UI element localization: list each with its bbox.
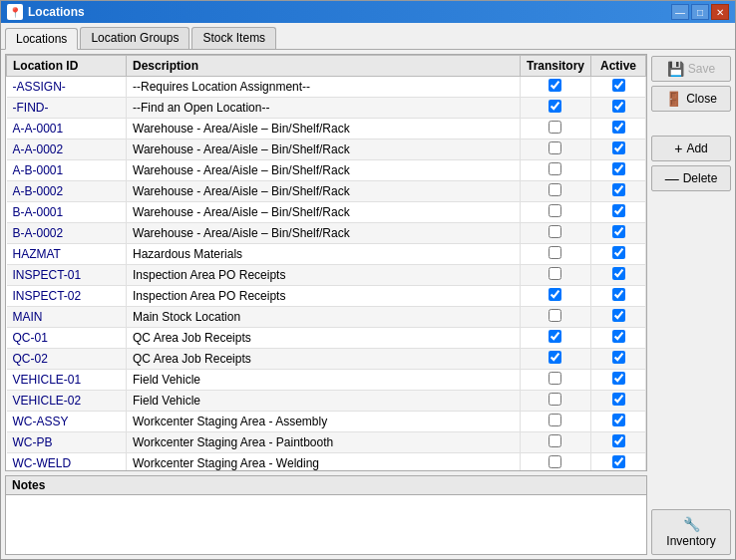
tab-location-groups[interactable]: Location Groups: [80, 27, 189, 49]
checkbox-active[interactable]: [612, 434, 625, 447]
table-row[interactable]: QC-02QC Area Job Receipts: [7, 349, 646, 370]
checkbox-transitory[interactable]: [549, 225, 561, 238]
table-row[interactable]: A-A-0001Warehouse - Area/Aisle – Bin/She…: [7, 119, 646, 140]
checkbox-active[interactable]: [612, 351, 625, 364]
checkbox-active[interactable]: [612, 204, 625, 217]
cell-transitory[interactable]: [520, 370, 590, 391]
cell-active[interactable]: [591, 453, 646, 472]
cell-transitory[interactable]: [520, 202, 590, 223]
checkbox-transitory[interactable]: [549, 372, 561, 385]
checkbox-active[interactable]: [612, 183, 625, 196]
checkbox-active[interactable]: [612, 225, 625, 238]
tab-locations[interactable]: Locations: [5, 28, 78, 50]
cell-transitory[interactable]: [520, 307, 590, 328]
table-row[interactable]: A-B-0002Warehouse - Area/Aisle – Bin/She…: [7, 181, 646, 202]
window-close-button[interactable]: ✕: [711, 4, 729, 20]
cell-active[interactable]: [591, 223, 646, 244]
checkbox-transitory[interactable]: [549, 100, 561, 113]
checkbox-transitory[interactable]: [549, 183, 561, 196]
cell-transitory[interactable]: [520, 349, 590, 370]
locations-table-container[interactable]: Location ID Description Transitory Activ…: [5, 54, 647, 471]
delete-button[interactable]: — Delete: [651, 165, 731, 191]
notes-textarea[interactable]: [10, 499, 642, 550]
cell-active[interactable]: [591, 328, 646, 349]
checkbox-active[interactable]: [612, 162, 625, 175]
cell-transitory[interactable]: [520, 223, 590, 244]
checkbox-transitory[interactable]: [549, 455, 561, 468]
cell-transitory[interactable]: [520, 244, 590, 265]
cell-transitory[interactable]: [520, 160, 590, 181]
table-row[interactable]: B-A-0002Warehouse - Area/Aisle – Bin/She…: [7, 223, 646, 244]
checkbox-transitory[interactable]: [549, 330, 561, 343]
cell-transitory[interactable]: [520, 328, 590, 349]
cell-transitory[interactable]: [520, 98, 590, 119]
checkbox-transitory[interactable]: [549, 121, 561, 134]
cell-transitory[interactable]: [520, 119, 590, 140]
cell-transitory[interactable]: [520, 286, 590, 307]
checkbox-transitory[interactable]: [549, 434, 561, 447]
checkbox-active[interactable]: [612, 141, 625, 154]
checkbox-active[interactable]: [612, 455, 625, 468]
tab-stock-items[interactable]: Stock Items: [191, 27, 276, 49]
table-row[interactable]: INSPECT-01Inspection Area PO Receipts: [7, 265, 646, 286]
cell-active[interactable]: [591, 202, 646, 223]
table-row[interactable]: VEHICLE-01Field Vehicle: [7, 370, 646, 391]
table-row[interactable]: WC-WELDWorkcenter Staging Area - Welding: [7, 453, 646, 472]
cell-active[interactable]: [591, 98, 646, 119]
cell-active[interactable]: [591, 181, 646, 202]
table-row[interactable]: WC-ASSYWorkcenter Staging Area - Assembl…: [7, 412, 646, 432]
checkbox-active[interactable]: [612, 372, 625, 385]
table-row[interactable]: HAZMATHazardous Materials: [7, 244, 646, 265]
checkbox-transitory[interactable]: [549, 393, 561, 406]
table-row[interactable]: A-A-0002Warehouse - Area/Aisle – Bin/She…: [7, 140, 646, 160]
table-row[interactable]: QC-01QC Area Job Receipts: [7, 328, 646, 349]
checkbox-transitory[interactable]: [549, 204, 561, 217]
cell-active[interactable]: [591, 286, 646, 307]
cell-active[interactable]: [591, 349, 646, 370]
cell-transitory[interactable]: [520, 391, 590, 412]
checkbox-active[interactable]: [612, 414, 625, 426]
cell-transitory[interactable]: [520, 453, 590, 472]
checkbox-active[interactable]: [612, 79, 625, 92]
table-row[interactable]: B-A-0001Warehouse - Area/Aisle – Bin/She…: [7, 202, 646, 223]
inventory-button[interactable]: 🔧 Inventory: [651, 509, 731, 555]
checkbox-transitory[interactable]: [549, 351, 561, 364]
cell-active[interactable]: [591, 391, 646, 412]
table-row[interactable]: INSPECT-02Inspection Area PO Receipts: [7, 286, 646, 307]
cell-active[interactable]: [591, 265, 646, 286]
cell-transitory[interactable]: [520, 140, 590, 160]
table-row[interactable]: WC-PBWorkcenter Staging Area - Paintboot…: [7, 432, 646, 453]
checkbox-active[interactable]: [612, 330, 625, 343]
cell-active[interactable]: [591, 160, 646, 181]
checkbox-transitory[interactable]: [549, 414, 561, 426]
maximize-button[interactable]: □: [691, 4, 709, 20]
close-button[interactable]: 🚪 Close: [651, 86, 731, 112]
table-row[interactable]: -FIND---Find an Open Location--: [7, 98, 646, 119]
save-button[interactable]: 💾 Save: [651, 56, 731, 82]
checkbox-transitory[interactable]: [549, 162, 561, 175]
checkbox-transitory[interactable]: [549, 246, 561, 259]
checkbox-active[interactable]: [612, 246, 625, 259]
checkbox-transitory[interactable]: [549, 267, 561, 280]
cell-active[interactable]: [591, 77, 646, 98]
cell-transitory[interactable]: [520, 265, 590, 286]
cell-active[interactable]: [591, 244, 646, 265]
cell-active[interactable]: [591, 307, 646, 328]
cell-transitory[interactable]: [520, 432, 590, 453]
cell-active[interactable]: [591, 119, 646, 140]
cell-active[interactable]: [591, 370, 646, 391]
checkbox-active[interactable]: [612, 309, 625, 322]
cell-transitory[interactable]: [520, 181, 590, 202]
cell-transitory[interactable]: [520, 77, 590, 98]
checkbox-active[interactable]: [612, 393, 625, 406]
checkbox-transitory[interactable]: [549, 79, 561, 92]
checkbox-active[interactable]: [612, 100, 625, 113]
checkbox-transitory[interactable]: [549, 141, 561, 154]
table-row[interactable]: MAINMain Stock Location: [7, 307, 646, 328]
add-button[interactable]: + Add: [651, 136, 731, 161]
notes-body[interactable]: [6, 495, 646, 554]
checkbox-transitory[interactable]: [549, 309, 561, 322]
checkbox-transitory[interactable]: [549, 288, 561, 301]
checkbox-active[interactable]: [612, 121, 625, 134]
cell-active[interactable]: [591, 432, 646, 453]
